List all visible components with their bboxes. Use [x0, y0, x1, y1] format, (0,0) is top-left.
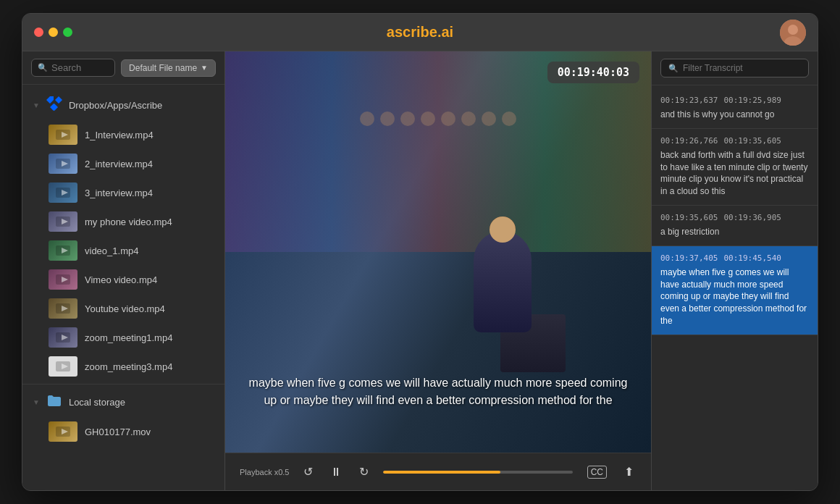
entry-time-end: 00:19:36,905	[723, 213, 781, 222]
dropbox-icon	[46, 95, 63, 116]
audience-head	[380, 112, 395, 126]
rewind-icon: ↺	[303, 465, 313, 479]
local-file-item[interactable]: GH010177.mov	[22, 417, 224, 446]
folder-icon-local	[46, 392, 63, 413]
transcript-entries: 00:19:23,637 00:19:25,989 and this is wh…	[652, 85, 818, 490]
dropbox-folder-label: Dropbox/Apps/Ascribe	[69, 100, 162, 111]
transcript-entry[interactable]: 00:19:23,637 00:19:25,989 and this is wh…	[652, 88, 818, 129]
file-thumb	[49, 298, 77, 319]
local-storage-label: Local storage	[69, 397, 125, 408]
file-name: 1_Interview.mp4	[85, 130, 154, 140]
entry-times: 00:19:37,405 00:19:45,540	[660, 253, 809, 263]
entry-time-end: 00:19:25,989	[723, 96, 781, 105]
pause-button[interactable]: ⏸	[327, 463, 345, 482]
file-thumb	[49, 182, 77, 203]
file-tree: ▼ Dropbox/Apps/Ascribe 1	[22, 85, 224, 490]
forward-icon: ↻	[359, 465, 369, 479]
file-thumb	[49, 269, 77, 290]
file-name: Youtube video.mp4	[85, 303, 165, 314]
entry-time-end: 00:19:35,605	[723, 136, 781, 146]
search-box[interactable]: 🔍	[31, 59, 115, 77]
audience-head	[360, 112, 374, 126]
search-input[interactable]	[51, 62, 109, 73]
share-button[interactable]: ⬆	[621, 462, 637, 482]
entry-times: 00:19:23,637 00:19:25,989	[660, 96, 809, 105]
entry-times: 00:19:26,766 00:19:35,605	[660, 136, 809, 146]
file-item[interactable]: zoom_meeting1.mp4	[22, 323, 224, 352]
local-file-list: GH010177.mov	[22, 417, 224, 446]
file-thumb	[49, 211, 77, 232]
presenter-head	[490, 217, 516, 243]
sidebar: 🔍 Default File name ▼ ▼	[22, 51, 225, 490]
transcript-entry[interactable]: 00:19:37,405 00:19:45,540 maybe when fiv…	[652, 246, 818, 335]
traffic-lights	[34, 28, 72, 37]
file-list: 1_Interview.mp4 2_interview.mp4 3_interv…	[22, 120, 224, 381]
forward-button[interactable]: ↻	[356, 462, 371, 482]
transcript-entry[interactable]: 00:19:35,605 00:19:36,905 a big restrict…	[652, 206, 818, 246]
app-title: ascribe.ai	[387, 24, 453, 41]
file-item[interactable]: 3_interview.mp4	[22, 178, 224, 207]
chevron-down-icon: ▼	[201, 64, 208, 72]
section-divider	[22, 384, 224, 385]
subtitle-bar: maybe when five g comes we will have act…	[225, 374, 651, 409]
audience-head	[441, 112, 455, 126]
filter-search-icon: 🔍	[668, 64, 679, 73]
close-button[interactable]	[34, 28, 43, 37]
progress-bar[interactable]	[383, 471, 572, 474]
filter-box[interactable]: 🔍	[660, 59, 809, 77]
local-storage-folder[interactable]: ▼ Local storage	[22, 387, 224, 417]
cc-button[interactable]: CC	[584, 463, 610, 482]
entry-text: back and forth with a full dvd size just…	[660, 149, 809, 198]
filter-input[interactable]	[683, 63, 801, 73]
svg-point-1	[788, 25, 798, 35]
video-controls: Playback x0.5 ↺ ⏸ ↻ CC	[225, 453, 651, 490]
audience-head	[482, 112, 496, 126]
video-container[interactable]: 00:19:40:03 maybe when five g comes we w…	[225, 51, 651, 453]
avatar[interactable]	[780, 20, 806, 46]
timestamp-badge: 00:19:40:03	[547, 62, 639, 83]
file-item[interactable]: my phone video.mp4	[22, 207, 224, 236]
progress-container[interactable]	[383, 471, 572, 474]
audience-head	[400, 112, 415, 126]
transcript-toolbar: 🔍	[652, 51, 818, 85]
entry-text: maybe when five g comes we will have act…	[660, 266, 809, 327]
file-thumb	[49, 356, 77, 377]
audience-head	[461, 112, 476, 126]
entry-text: and this is why you cannot go	[660, 109, 809, 121]
sidebar-toolbar: 🔍 Default File name ▼	[22, 51, 224, 85]
file-item[interactable]: 2_interview.mp4	[22, 149, 224, 178]
entry-time-end: 00:19:45,540	[723, 253, 781, 263]
file-item[interactable]: Youtube video.mp4	[22, 294, 224, 323]
file-name: zoom_meeting1.mp4	[85, 332, 172, 343]
minimize-button[interactable]	[49, 28, 58, 37]
file-name: Vimeo video.mp4	[85, 274, 157, 285]
main-content: 🔍 Default File name ▼ ▼	[22, 51, 818, 490]
app-title-gray: ai	[441, 24, 453, 40]
maximize-button[interactable]	[63, 28, 72, 37]
file-item[interactable]: zoom_meeting3.mp4	[22, 352, 224, 381]
subtitle-text: maybe when five g comes we will have act…	[247, 374, 629, 409]
share-icon: ⬆	[624, 465, 634, 479]
file-item[interactable]: 1_Interview.mp4	[22, 120, 224, 149]
file-sort-button[interactable]: Default File name ▼	[121, 59, 216, 77]
progress-fill	[383, 471, 500, 474]
pause-icon: ⏸	[330, 466, 342, 479]
dropbox-folder[interactable]: ▼ Dropbox/Apps/Ascribe	[22, 91, 224, 120]
collapse-icon-local: ▼	[33, 398, 40, 406]
file-thumb	[49, 327, 77, 348]
playback-label: Playback x0.5	[240, 468, 289, 476]
entry-time-start: 00:19:26,766	[660, 136, 718, 146]
file-item[interactable]: Vimeo video.mp4	[22, 265, 224, 294]
video-panel: 00:19:40:03 maybe when five g comes we w…	[225, 51, 651, 490]
file-item[interactable]: video_1.mp4	[22, 236, 224, 265]
transcript-entry[interactable]: 00:19:26,766 00:19:35,605 back and forth…	[652, 129, 818, 206]
entry-time-start: 00:19:37,405	[660, 253, 718, 263]
titlebar: ascribe.ai	[22, 14, 818, 51]
file-name: 3_interview.mp4	[85, 188, 153, 198]
app-window: ascribe.ai 🔍 Default File name ▼	[22, 13, 818, 491]
file-thumb	[49, 154, 77, 174]
rewind-button[interactable]: ↺	[301, 462, 316, 482]
app-title-orange: ascribe.	[387, 24, 442, 40]
entry-time-start: 00:19:23,637	[660, 96, 718, 105]
sort-label: Default File name	[129, 63, 197, 73]
